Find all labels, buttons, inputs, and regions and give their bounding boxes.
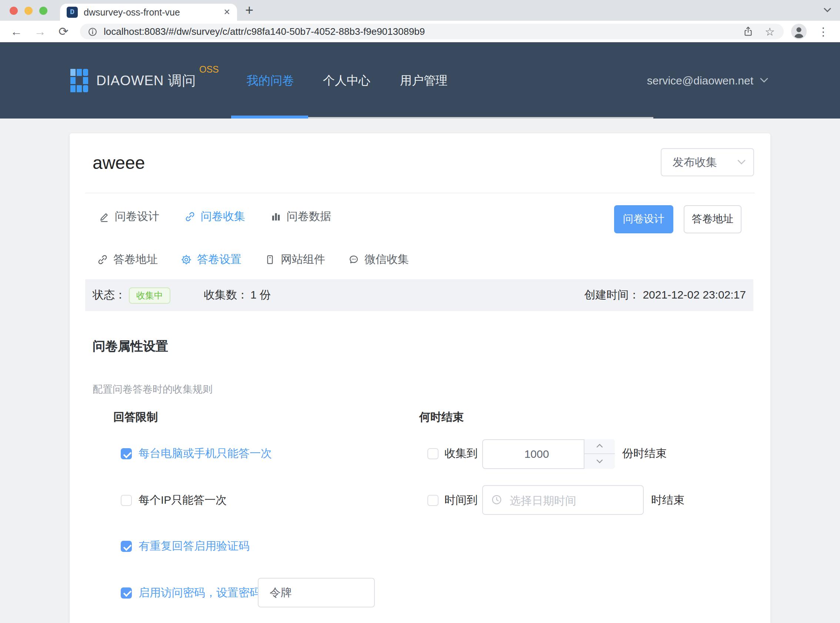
tab-search-chevron-icon[interactable] bbox=[824, 8, 831, 12]
time-rule-suffix: 时结束 bbox=[651, 493, 684, 507]
checkbox-device-once[interactable] bbox=[121, 448, 132, 459]
password-input[interactable] bbox=[258, 578, 375, 608]
screen: D dwsurvey-oss-front-vue ✕ + ← → ⟳ local… bbox=[0, 0, 840, 623]
tab-label: 问卷数据 bbox=[287, 209, 331, 223]
tab-label: 答卷设置 bbox=[197, 252, 242, 266]
collect-count-value: 1 份 bbox=[250, 288, 271, 302]
bar-chart-icon bbox=[270, 211, 282, 222]
diaowen-logo-icon bbox=[71, 69, 90, 93]
spinner-down-icon[interactable] bbox=[584, 454, 615, 468]
account-menu[interactable]: service@diaowen.net bbox=[647, 42, 768, 118]
link-icon bbox=[97, 254, 108, 265]
status-label: 状态： bbox=[93, 288, 126, 302]
back-icon[interactable]: ← bbox=[11, 21, 22, 42]
status-bar: 状态： 收集中 收集数： 1 份 创建时间： 2021-12-02 23:02:… bbox=[85, 279, 753, 311]
tab-survey-design[interactable]: 问卷设计 bbox=[98, 209, 159, 223]
number-spinner bbox=[584, 439, 615, 468]
tab-label: 答卷地址 bbox=[113, 252, 158, 266]
collect-count-label: 收集数： bbox=[204, 288, 248, 302]
chevron-down-icon bbox=[760, 78, 768, 83]
site-favicon-icon: D bbox=[67, 7, 78, 18]
tab-site-widget[interactable]: 网站组件 bbox=[264, 252, 325, 266]
nav-item-my-surveys[interactable]: 我的问卷 bbox=[247, 42, 294, 118]
reload-icon[interactable]: ⟳ bbox=[58, 21, 69, 42]
site-info-icon[interactable] bbox=[87, 26, 98, 37]
window-zoom-button[interactable] bbox=[39, 6, 48, 14]
group-title-answer-limit: 回答限制 bbox=[113, 410, 158, 425]
chevron-down-icon bbox=[737, 159, 746, 165]
account-email: service@diaowen.net bbox=[647, 74, 753, 87]
checkbox-end-by-count[interactable] bbox=[428, 448, 438, 459]
tab-label: 问卷收集 bbox=[201, 209, 245, 223]
checkbox-label: 有重复回答启用验证码 bbox=[138, 539, 250, 553]
checkbox-end-by-time[interactable] bbox=[428, 494, 438, 506]
rule-row-captcha: 有重复回答启用验证码 bbox=[121, 535, 250, 557]
date-picker-field bbox=[482, 485, 644, 515]
new-tab-button[interactable]: + bbox=[245, 1, 253, 20]
rule-row-password: 启用访问密码，设置密码 bbox=[121, 582, 261, 604]
checkbox-password[interactable] bbox=[121, 587, 132, 598]
status-badge: 收集中 bbox=[129, 287, 170, 303]
secondary-tabs: 答卷地址 答卷设置 网站组件 微信收集 bbox=[97, 239, 409, 279]
spinner-up-icon[interactable] bbox=[584, 439, 615, 454]
tab-label: 网站组件 bbox=[281, 252, 325, 266]
window-minimize-button[interactable] bbox=[25, 6, 32, 14]
tab-answer-address[interactable]: 答卷地址 bbox=[97, 252, 158, 266]
checkbox-captcha[interactable] bbox=[121, 541, 132, 552]
brand-badge: OSS bbox=[199, 64, 219, 75]
section-description: 配置问卷答卷时的收集规则 bbox=[93, 383, 213, 396]
created-time-value: 2021-12-02 23:02:17 bbox=[642, 288, 746, 302]
answer-address-button[interactable]: 答卷地址 bbox=[684, 205, 742, 233]
count-rule-suffix: 份时结束 bbox=[622, 447, 667, 461]
rule-row-device-once: 每台电脑或手机只能答一次 bbox=[121, 443, 272, 465]
nav-item-user-management[interactable]: 用户管理 bbox=[400, 42, 448, 118]
nav-active-underline bbox=[231, 115, 308, 118]
browser-menu-icon[interactable]: ⋮ bbox=[818, 21, 829, 42]
publish-collect-value: 发布收集 bbox=[673, 155, 717, 169]
survey-card: aweee 发布收集 问卷设计 问卷收集 问卷数据 问卷设计 答卷地址 bbox=[70, 134, 770, 623]
publish-collect-select[interactable]: 发布收集 bbox=[661, 148, 754, 176]
tab-wechat-collect[interactable]: 微信收集 bbox=[348, 252, 409, 266]
tab-survey-collect[interactable]: 问卷收集 bbox=[184, 209, 245, 223]
share-icon[interactable] bbox=[743, 26, 753, 37]
section-title: 问卷属性设置 bbox=[93, 338, 168, 355]
url-text: localhost:8083/#/dw/survey/c/attr/c98fa1… bbox=[104, 26, 743, 37]
gear-icon bbox=[181, 254, 192, 265]
browser-tab[interactable]: D dwsurvey-oss-front-vue ✕ bbox=[60, 4, 237, 21]
app-header: DIAOWEN 调问 OSS 我的问卷 个人中心 用户管理 service@di… bbox=[0, 42, 840, 118]
tab-close-icon[interactable]: ✕ bbox=[224, 8, 230, 17]
survey-title: aweee bbox=[93, 153, 145, 173]
browser-profile-avatar[interactable] bbox=[791, 24, 807, 39]
rule-row-ip-once: 每个IP只能答一次 bbox=[121, 489, 227, 511]
window-close-button[interactable] bbox=[10, 6, 18, 14]
tab-answer-settings[interactable]: 答卷设置 bbox=[181, 252, 242, 266]
chat-bubble-icon bbox=[348, 254, 359, 265]
pencil-icon bbox=[98, 211, 110, 222]
group-title-end-rules: 何时结束 bbox=[419, 410, 464, 425]
browser-tab-strip: D dwsurvey-oss-front-vue ✕ + bbox=[0, 0, 840, 21]
checkbox-label: 每个IP只能答一次 bbox=[138, 493, 227, 507]
created-time-label: 创建时间： bbox=[584, 288, 640, 302]
browser-toolbar: ← → ⟳ localhost:8083/#/dw/survey/c/attr/… bbox=[0, 21, 840, 42]
checkbox-ip-once[interactable] bbox=[121, 494, 132, 506]
date-picker-input[interactable] bbox=[482, 485, 644, 515]
tab-survey-data[interactable]: 问卷数据 bbox=[270, 209, 331, 223]
checkbox-label: 启用访问密码，设置密码 bbox=[138, 586, 261, 600]
bookmark-star-icon[interactable]: ☆ bbox=[765, 24, 775, 39]
tab-title: dwsurvey-oss-front-vue bbox=[84, 7, 219, 17]
survey-design-button[interactable]: 问卷设计 bbox=[614, 205, 673, 233]
address-bar[interactable]: localhost:8083/#/dw/survey/c/attr/c98fa1… bbox=[80, 24, 784, 39]
primary-tabs: 问卷设计 问卷收集 问卷数据 bbox=[98, 193, 331, 239]
tab-label: 微信收集 bbox=[365, 252, 409, 266]
checkbox-label: 每台电脑或手机只能答一次 bbox=[138, 447, 272, 461]
tab-label: 问卷设计 bbox=[115, 209, 159, 223]
link-icon bbox=[184, 211, 196, 222]
count-rule-prefix: 收集到 bbox=[445, 447, 478, 461]
count-number-field bbox=[482, 439, 615, 468]
time-rule-prefix: 时间到 bbox=[445, 493, 478, 507]
nav-item-personal-center[interactable]: 个人中心 bbox=[323, 42, 370, 118]
rule-row-end-by-time: 时间到 时结束 bbox=[428, 485, 684, 515]
forward-icon[interactable]: → bbox=[34, 21, 46, 42]
rule-row-end-by-count: 收集到 份时结束 bbox=[428, 439, 667, 468]
tag-icon bbox=[264, 254, 276, 265]
